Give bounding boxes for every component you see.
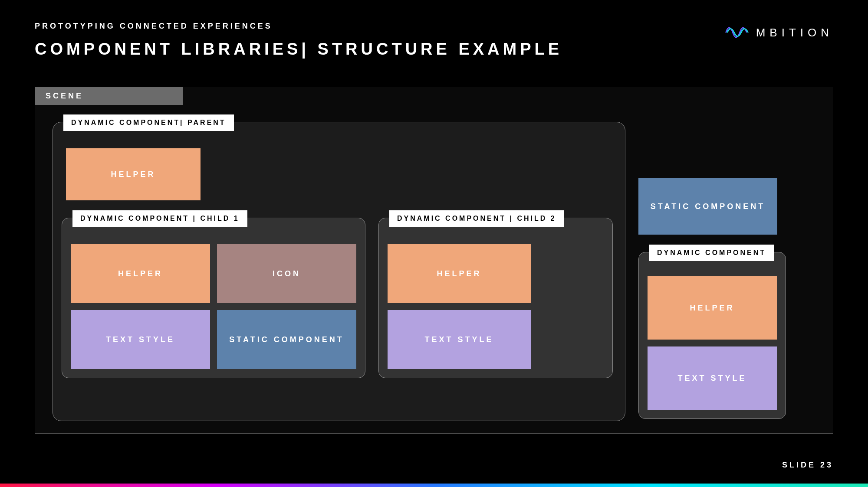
scene-container: SCENE DYNAMIC COMPONENT| PARENT HELPER D…	[35, 87, 833, 434]
right-dyn-label: DYNAMIC COMPONENT	[649, 245, 774, 261]
right-dyn-helper: HELPER	[648, 276, 777, 340]
right-dyn-textstyle: TEXT STYLE	[648, 346, 777, 410]
logo-icon	[725, 22, 749, 43]
logo: MBITION	[725, 22, 833, 43]
child1-icon: ICON	[217, 244, 356, 303]
page-title: COMPONENT LIBRARIES| STRUCTURE EXAMPLE	[35, 40, 562, 59]
logo-text: MBITION	[756, 26, 833, 39]
eyebrow-text: PROTOTYPING CONNECTED EXPERIENCES	[35, 22, 273, 31]
parent-helper: HELPER	[66, 148, 201, 200]
child1-helper: HELPER	[71, 244, 210, 303]
child1-textstyle: TEXT STYLE	[71, 310, 210, 369]
child1-component: DYNAMIC COMPONENT | CHILD 1 HELPER ICON …	[62, 218, 365, 378]
slide-number: SLIDE 23	[782, 461, 833, 470]
child1-static: STATIC COMPONENT	[217, 310, 356, 369]
footer-color-strip	[0, 484, 868, 487]
child2-label: DYNAMIC COMPONENT | CHILD 2	[389, 210, 564, 227]
slide-container: PROTOTYPING CONNECTED EXPERIENCES COMPON…	[0, 0, 868, 487]
right-dynamic-component: DYNAMIC COMPONENT HELPER TEXT STYLE	[638, 252, 786, 419]
scene-tab: SCENE	[35, 87, 183, 105]
parent-label: DYNAMIC COMPONENT| PARENT	[63, 114, 234, 131]
child1-label: DYNAMIC COMPONENT | CHILD 1	[72, 210, 247, 227]
parent-component: DYNAMIC COMPONENT| PARENT HELPER DYNAMIC…	[53, 122, 625, 421]
right-static-component: STATIC COMPONENT	[638, 178, 777, 235]
child2-textstyle: TEXT STYLE	[388, 310, 531, 369]
child2-component: DYNAMIC COMPONENT | CHILD 2 HELPER TEXT …	[378, 218, 613, 378]
child2-helper: HELPER	[388, 244, 531, 303]
